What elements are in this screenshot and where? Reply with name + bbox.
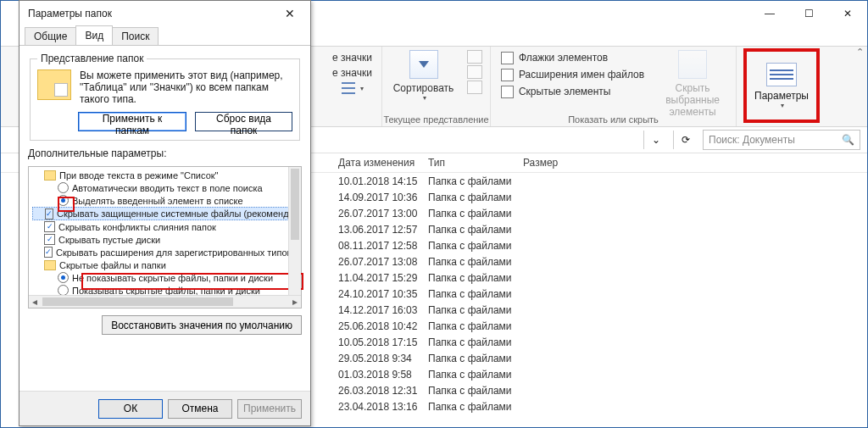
layout-opt-2[interactable]: е значки	[332, 65, 372, 81]
cell-type: Папка с файлами	[428, 369, 555, 381]
cell-date: 14.12.2017 16:03	[338, 304, 428, 316]
chk-item-checkboxes[interactable]: Флажки элементов	[501, 50, 608, 65]
tree-vscrollbar[interactable]	[288, 167, 301, 296]
tree-hscrollbar[interactable]: ◂▸	[29, 295, 301, 308]
ribbon-collapse-icon[interactable]: ⌃	[856, 47, 864, 58]
options-button[interactable]: Параметры ▾	[743, 48, 820, 123]
refresh-icon[interactable]: ⟳	[673, 131, 698, 149]
explorer-close-button[interactable]: ✕	[828, 1, 867, 26]
col-size[interactable]: Размер	[523, 157, 582, 169]
cell-type: Папка с файлами	[428, 240, 555, 252]
checkbox-icon[interactable]: ✓	[45, 208, 53, 220]
cell-type: Папка с файлами	[428, 385, 555, 397]
apply-button[interactable]: Применить	[237, 399, 302, 419]
cell-date: 24.10.2017 10:35	[338, 288, 428, 300]
folder-icon	[44, 260, 56, 270]
view-mini-buttons	[467, 50, 482, 94]
col-date[interactable]: Дата изменения	[338, 157, 428, 169]
cell-type: Папка с файлами	[428, 208, 555, 220]
ok-button[interactable]: ОК	[98, 399, 163, 419]
cell-type: Папка с файлами	[428, 224, 555, 236]
cell-date: 11.04.2017 15:29	[338, 272, 428, 284]
table-row[interactable]: 01.03.2018 9:58Папка с файлами	[338, 366, 867, 382]
search-input[interactable]: Поиск: Документы 🔍	[703, 130, 860, 150]
table-row[interactable]: 11.04.2017 15:29Папка с файлами	[338, 270, 867, 286]
table-row[interactable]: 26.07.2017 13:00Папка с файлами	[338, 205, 867, 221]
ribbon-group-current-view: Сортировать ▾ Текущее представление	[382, 47, 491, 126]
sort-icon	[409, 50, 438, 79]
tree-opt-select-typed[interactable]: Выделять введенный элемент в списке	[32, 194, 289, 207]
advanced-settings-tree[interactable]: При вводе текста в режиме "Список" Автом…	[28, 166, 302, 308]
cell-date: 26.07.2017 13:08	[338, 256, 428, 268]
reset-folders-button[interactable]: Сброс вида папок	[195, 112, 292, 131]
hide-selected-icon	[678, 50, 707, 79]
radio-icon[interactable]	[58, 182, 69, 193]
cell-date: 10.05.2018 17:15	[338, 336, 428, 348]
tab-view[interactable]: Вид	[75, 25, 113, 45]
dialog-footer: ОК Отмена Применить	[19, 391, 310, 425]
dialog-titlebar: Параметры папок ✕	[19, 1, 310, 26]
table-row[interactable]: 23.04.2018 13:16Папка с файлами	[338, 398, 867, 414]
table-row[interactable]: 29.05.2018 9:34Папка с файлами	[338, 350, 867, 366]
ribbon-group-show-hide: Флажки элементов Расширения имен файлов …	[491, 47, 737, 126]
chk-hidden-items[interactable]: Скрытые элементы	[501, 84, 611, 99]
cell-date: 25.06.2018 10:42	[338, 320, 428, 332]
table-row[interactable]: 14.12.2017 16:03Папка с файлами	[338, 302, 867, 318]
table-row[interactable]: 10.01.2018 14:15Папка с файлами	[338, 173, 867, 189]
table-row[interactable]: 26.07.2017 13:08Папка с файлами	[338, 253, 867, 270]
advanced-settings-label: Дополнительные параметры:	[28, 147, 302, 159]
dialog-tabs: Общие Вид Поиск	[19, 26, 310, 46]
table-row[interactable]: 24.10.2017 10:35Папка с файлами	[338, 286, 867, 302]
sort-button[interactable]: Сортировать ▾	[391, 50, 457, 102]
folder-views-group: Представление папок Вы можете применить …	[30, 53, 300, 141]
cell-type: Папка с файлами	[428, 272, 555, 284]
cell-date: 13.06.2017 12:57	[338, 224, 428, 236]
explorer-minimize-button[interactable]: —	[750, 1, 789, 26]
checkbox-icon[interactable]: ✓	[44, 247, 53, 258]
tree-opt-auto-type[interactable]: Автоматически вводить текст в поле поиск…	[32, 181, 289, 194]
cell-date: 29.05.2018 9:34	[338, 353, 428, 364]
table-row[interactable]: 08.11.2017 12:58Папка с файлами	[338, 237, 867, 253]
tree-folder-hidden[interactable]: Скрытые файлы и папки	[32, 258, 289, 271]
layout-opt-3[interactable]: ▾	[342, 81, 364, 96]
folder-icon	[44, 170, 56, 181]
folder-views-legend: Представление папок	[37, 53, 147, 64]
tab-general[interactable]: Общие	[25, 27, 76, 45]
tree-opt-hide-protected[interactable]: ✓Скрывать защищенные системные файлы (ре…	[32, 207, 289, 220]
options-label: Параметры	[754, 90, 809, 102]
group-by-button[interactable]	[467, 50, 482, 64]
tree-opt-hide-merge[interactable]: ✓Скрывать конфликты слияния папок	[32, 220, 289, 233]
table-row[interactable]: 25.06.2018 10:42Папка с файлами	[338, 318, 867, 334]
checkbox-icon[interactable]: ✓	[44, 234, 55, 245]
cancel-button[interactable]: Отмена	[168, 399, 232, 419]
cell-date: 23.04.2018 13:16	[338, 401, 428, 413]
addr-dropdown-icon[interactable]: ⌄	[643, 131, 668, 149]
cell-date: 26.03.2018 12:31	[338, 385, 428, 397]
tree-opt-dont-show-hidden[interactable]: Не показывать скрытые файлы, папки и дис…	[32, 271, 289, 284]
dialog-close-button[interactable]: ✕	[275, 3, 305, 24]
table-row[interactable]: 14.09.2017 10:36Папка с файлами	[338, 189, 867, 205]
explorer-maximize-button[interactable]: ☐	[789, 1, 828, 26]
tree-opt-show-hidden[interactable]: Показывать скрытые файлы, папки и диски	[32, 284, 289, 296]
radio-icon[interactable]	[58, 195, 69, 206]
add-columns-button[interactable]	[467, 65, 482, 79]
tree-opt-hide-extensions[interactable]: ✓Скрывать расширения для зарегистрирован…	[32, 246, 289, 258]
cell-type: Папка с файлами	[428, 336, 555, 348]
chk-file-extensions[interactable]: Расширения имен файлов	[501, 67, 644, 82]
table-row[interactable]: 13.06.2017 12:57Папка с файлами	[338, 221, 867, 237]
apply-to-folders-button[interactable]: Применить к папкам	[78, 112, 186, 131]
table-row[interactable]: 26.03.2018 12:31Папка с файлами	[338, 382, 867, 398]
layout-opt-1[interactable]: е значки	[332, 50, 372, 65]
radio-icon[interactable]	[58, 272, 69, 283]
table-row[interactable]: 10.05.2018 17:15Папка с файлами	[338, 334, 867, 350]
tree-opt-hide-empty-drives[interactable]: ✓Скрывать пустые диски	[32, 233, 289, 246]
checkbox-icon[interactable]: ✓	[44, 221, 55, 232]
restore-defaults-button[interactable]: Восстановить значения по умолчанию	[102, 315, 302, 335]
tab-search[interactable]: Поиск	[112, 27, 159, 45]
search-placeholder: Поиск: Документы	[709, 134, 795, 146]
folder-options-dialog: Параметры папок ✕ Общие Вид Поиск Предст…	[19, 0, 311, 426]
size-columns-button[interactable]	[467, 81, 482, 94]
tree-folder-list-mode[interactable]: При вводе текста в режиме "Список"	[32, 169, 289, 181]
folder-views-icon	[37, 69, 71, 100]
col-type[interactable]: Тип	[428, 157, 523, 169]
